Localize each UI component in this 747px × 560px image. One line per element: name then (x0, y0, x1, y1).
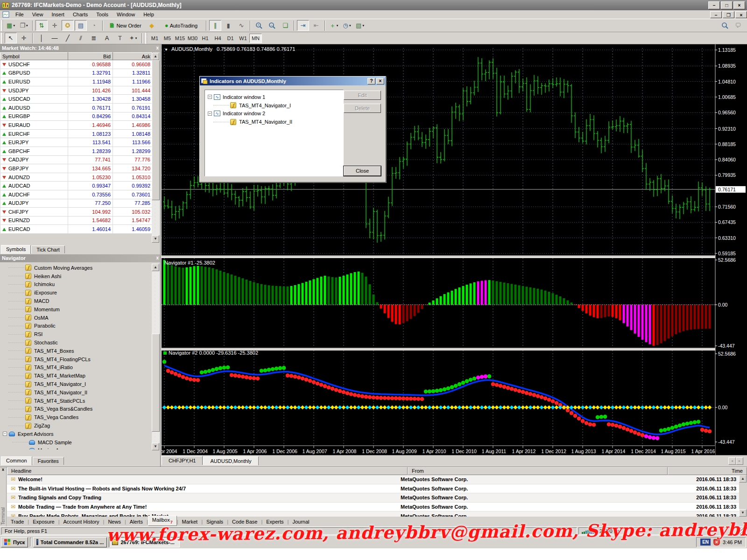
navigator-item-heiken-ashi[interactable]: ƒHeiken Ashi (1, 272, 151, 280)
data-window-button[interactable]: ✛ (49, 20, 61, 31)
terminal-message-row[interactable]: ✉Buy Ready-Made Robots, Magazines and Bo… (7, 511, 739, 517)
timeframe-H1[interactable]: H1 (199, 34, 211, 43)
line-chart-button[interactable]: ∿ (235, 20, 247, 31)
market-watch-row-EURJPY[interactable]: EURJPY113.541113.566 (0, 138, 153, 147)
terminal-column-headline[interactable]: Headline (7, 467, 408, 475)
dialog-tree-window-1[interactable]: −∿Indicator window 1 (207, 93, 341, 101)
auto-scroll-button[interactable]: ⇥ (297, 20, 309, 31)
navigator-scrollbar[interactable]: ▲ ▼ (152, 264, 160, 450)
child-minimize-button[interactable]: – (710, 11, 722, 18)
timeframe-M5[interactable]: M5 (161, 34, 174, 43)
market-watch-close-icon[interactable]: x (156, 45, 159, 50)
collapse-icon[interactable]: − (3, 432, 7, 436)
minimize-button[interactable]: – (708, 1, 720, 9)
timeframe-M15[interactable]: M15 (174, 34, 186, 43)
equidistant-channel-button[interactable]: ⫽ (75, 33, 87, 43)
navigator-item-macd[interactable]: ƒMACD (1, 297, 151, 305)
navigator-item-rsi[interactable]: ƒRSI (1, 330, 151, 338)
maximize-button[interactable]: □ (721, 1, 733, 9)
navigator-item-tas-vega-candles[interactable]: ƒTAS_Vega Candles (1, 413, 151, 421)
navigator-item-tas-mt4-floatingpcls[interactable]: ƒTAS_MT4_FloatingPCLs (1, 355, 151, 364)
clock[interactable]: 3:46 PM (723, 539, 742, 545)
terminal-column-from[interactable]: From (408, 467, 668, 475)
arrows-menu-button[interactable]: ✦▾ (127, 33, 139, 43)
fibonacci-button[interactable]: ≣ (88, 33, 100, 43)
new-order-button[interactable]: 🗎New Order (106, 20, 145, 31)
profiles-button[interactable]: ❐▾ (18, 20, 30, 31)
terminal-message-row[interactable]: ✉Mobile Trading — Trade from Anywhere at… (7, 503, 739, 512)
chart-shift-button[interactable]: ⇤ (310, 20, 322, 31)
navigator-item-ichimoku[interactable]: ƒIchimoku (1, 280, 151, 289)
horizontal-line-button[interactable]: — (49, 33, 61, 43)
indicators-menu-button[interactable]: ＋▾ (328, 20, 340, 31)
navigator-tab-common[interactable]: Common (1, 456, 32, 465)
terminal-toggle-button[interactable]: ▤ (75, 20, 87, 31)
market-watch-row-AUDCHF[interactable]: AUDCHF0.735560.73601 (0, 190, 153, 199)
vertical-line-button[interactable]: │ (35, 33, 48, 43)
terminal-message-list[interactable]: ✉Welcome!MetaQuotes Software Corp.2016.0… (7, 475, 739, 517)
navigator-tab-favorites[interactable]: Favorites (33, 457, 64, 465)
market-watch-column-bid[interactable]: Bid (68, 53, 113, 60)
profiles-dropdown-icon[interactable]: ▾ (26, 24, 28, 28)
timeframe-M30[interactable]: M30 (186, 34, 199, 43)
terminal-message-row[interactable]: ✉The Built-in Virtual Hosting — Robots a… (7, 484, 739, 494)
templates-menu-button[interactable]: ▧▾ (354, 20, 366, 31)
market-watch-row-GBPJPY[interactable]: GBPJPY134.665134.720 (0, 164, 153, 173)
edit-button[interactable]: Edit (344, 91, 381, 100)
menu-charts[interactable]: Charts (69, 11, 92, 18)
navigator-item-moving-average[interactable]: Moving Average (1, 447, 151, 449)
zoom-out-icon[interactable]: – (266, 20, 278, 31)
collapse-icon[interactable]: − (208, 112, 212, 116)
navigator-item-tas-mt4-iratio[interactable]: ƒTAS_MT4_iRatio (1, 364, 151, 372)
navigator-item-custom-moving-averages[interactable]: ƒCustom Moving Averages (1, 264, 151, 272)
start-button[interactable]: Пуск (1, 537, 28, 547)
terminal-scrollbar[interactable]: ▲ ▼ (739, 475, 747, 517)
market-watch-row-AUDCAD[interactable]: AUDCAD0.993470.99392 (0, 182, 153, 190)
navigator-item-tas-mt4-navigator-i[interactable]: ƒTAS_MT4_Navigator_I (1, 380, 151, 388)
market-watch-scrollbar[interactable]: ▲ ▼ (152, 53, 160, 243)
menu-tools[interactable]: Tools (92, 11, 113, 18)
text-button[interactable]: A (101, 33, 113, 43)
menu-window[interactable]: Window (113, 11, 139, 18)
dialog-tree-indicator-1[interactable]: ƒTAS_MT4_Navigator_I (207, 101, 341, 110)
timeframe-MN[interactable]: MN (249, 34, 262, 43)
close-button[interactable]: × (733, 1, 745, 9)
terminal-column-time[interactable]: Time (668, 467, 747, 475)
market-watch-row-USDCAD[interactable]: USDCAD1.304281.30458 (0, 95, 153, 104)
market-watch-row-GBPCHF[interactable]: GBPCHF1.282391.28299 (0, 147, 153, 155)
text-label-button[interactable]: T (114, 33, 126, 43)
bar-chart-button[interactable]: ∥ (209, 20, 221, 31)
new-chart-dropdown-icon[interactable]: ▾ (13, 24, 15, 28)
child-restore-button[interactable]: ❐ (723, 11, 734, 18)
navigator-close-icon[interactable]: x (156, 255, 159, 260)
menu-help[interactable]: Help (139, 11, 158, 18)
navigator-item-osma[interactable]: ƒOsMA (1, 314, 151, 322)
market-watch-row-EURCAD[interactable]: EURCAD1.460141.46059 (0, 225, 153, 234)
close-button-dialog[interactable]: Close (344, 166, 381, 176)
navigator-item-tas-mt4-boxes[interactable]: ƒTAS_MT4_Boxes (1, 347, 151, 355)
market-watch-row-EURGBP[interactable]: EURGBP0.842960.84314 (0, 112, 153, 121)
chart-tab-chfjpy-h1[interactable]: CHFJPY,H1 (162, 456, 203, 465)
chart-tabs-scroll-left-icon[interactable]: ◂ (728, 457, 736, 465)
cursor-button[interactable]: ↖ (5, 33, 17, 43)
autotrading-button[interactable]: ●AutoTrading (159, 20, 204, 31)
dialog-tree-indicator-2[interactable]: ƒTAS_MT4_Navigator_II (207, 118, 341, 126)
navigator-item-parabolic[interactable]: ƒParabolic (1, 322, 151, 330)
menu-file[interactable]: File (11, 11, 28, 18)
navigator-toggle-button[interactable]: ✪ (62, 20, 74, 31)
terminal-close-icon[interactable]: x (0, 467, 6, 472)
metaeditor-button[interactable]: ◆ (146, 20, 158, 31)
market-watch-titlebar[interactable]: Market Watch: 14:46:48 x (0, 44, 160, 52)
chevron-down-icon[interactable]: ▼ (164, 48, 168, 52)
navigator-item-tas-mt4-staticpcls[interactable]: ƒTAS_MT4_StaticPCLs (1, 397, 151, 405)
indicators-menu-dropdown-icon[interactable]: ▾ (337, 24, 338, 28)
market-watch-row-EURCHF[interactable]: EURCHF1.081231.08148 (0, 129, 153, 138)
periods-menu-button[interactable]: ◷▾ (341, 20, 353, 31)
crosshair-button[interactable]: ✛ (18, 33, 30, 43)
candlestick-chart-button[interactable]: ▮ (222, 20, 234, 31)
market-watch-row-AUDNZD[interactable]: AUDNZD1.052301.05310 (0, 173, 153, 182)
strategy-tester-button[interactable]: ◔ (88, 20, 100, 31)
navigator-item-momentum[interactable]: ƒMomentum (1, 305, 151, 314)
navigator-item-zigzag[interactable]: ƒZigZag (1, 421, 151, 430)
navigator-titlebar[interactable]: Navigator x (0, 254, 160, 262)
